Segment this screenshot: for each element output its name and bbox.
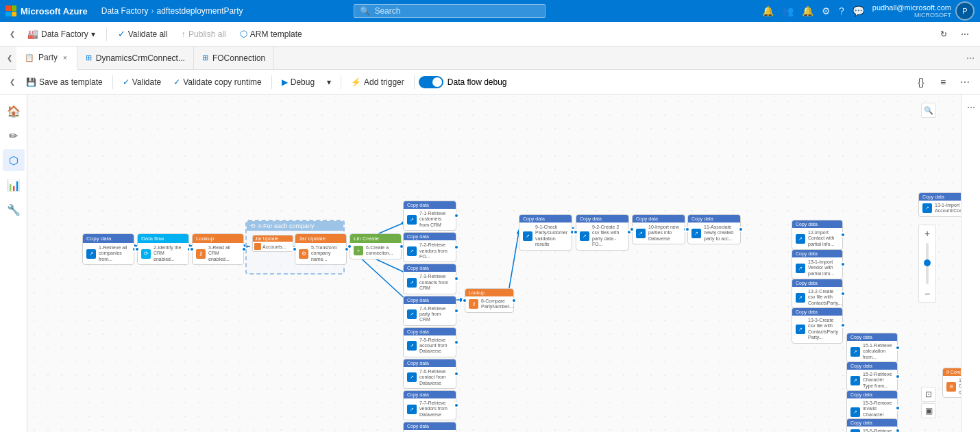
node-11-port[interactable] xyxy=(738,227,744,232)
debug-chevron-btn[interactable]: ▾ xyxy=(321,75,336,90)
validate-copy-btn[interactable]: ✓ Validate copy runtime xyxy=(168,75,267,90)
validate-btn[interactable]: ✓ Validate xyxy=(117,75,167,90)
fit-canvas-btn[interactable]: ⊡ xyxy=(921,387,936,402)
debug-btn[interactable]: ▶ Debug xyxy=(276,75,320,90)
node-17-merge[interactable]: If Condition ⚙ 17-1-Merge ContactsParty … xyxy=(942,368,961,398)
node-15-2-port[interactable] xyxy=(895,374,901,379)
zoom-in-btn[interactable]: + xyxy=(920,227,934,240)
sidebar-manage-btn[interactable]: 🔧 xyxy=(3,199,25,220)
zoom-out-btn[interactable]: − xyxy=(920,287,934,301)
sidebar-home-btn[interactable]: 🏠 xyxy=(3,100,25,122)
node-7-6-port[interactable] xyxy=(454,371,459,377)
node-7-3-port[interactable] xyxy=(454,276,459,281)
node-7-5[interactable]: Copy data ↗ 7-5-Retrieve account from Da… xyxy=(403,327,456,357)
node-7-4[interactable]: Copy data ↗ 7-4-Retrieve party from CRM xyxy=(403,296,456,326)
notifications-icon[interactable]: 🔔 xyxy=(762,5,774,16)
azure-logo[interactable]: Microsoft Azure xyxy=(5,5,96,16)
node-13-1-vendor[interactable]: Copy data ↗ 13-1-Import Vendor with part… xyxy=(792,249,843,279)
tab-collapse-btn[interactable]: ❮ xyxy=(3,47,16,69)
refresh-btn[interactable]: ↻ xyxy=(935,27,953,42)
node-7-5-port[interactable] xyxy=(454,340,459,345)
node-7-7-port[interactable] xyxy=(454,403,459,408)
node-read-crm[interactable]: Lookup ⚷ 3-Read all CRM enabled... xyxy=(192,233,244,265)
node-13-1-account[interactable]: Copy data ↗ 13-1-Import Account/Contact.… xyxy=(918,192,961,217)
node-13-1-vendor-port[interactable] xyxy=(840,262,846,267)
right-more-btn[interactable]: ⋯ xyxy=(964,100,979,115)
node-12-contact[interactable]: Copy data ↗ 12-Import Contact with parti… xyxy=(792,220,843,250)
data-factory-btn[interactable]: 🏭 Data Factory ▾ xyxy=(22,26,101,42)
node-12-port[interactable] xyxy=(840,232,846,238)
node-compare[interactable]: Lookup ⚷ 8-Compare PartyNumber... xyxy=(465,288,514,313)
tab-more-btn[interactable]: ⋯ xyxy=(961,47,980,69)
pipeline-canvas[interactable]: Copy data ↗ 1-Retrieve all companies fro… xyxy=(27,94,961,432)
node-7-6[interactable]: Copy data ↗ 7-6-Retrieve contact from Da… xyxy=(403,359,456,389)
action-collapse-btn[interactable]: ❮ xyxy=(5,78,19,86)
add-trigger-btn[interactable]: ⚡ Add trigger xyxy=(345,75,410,90)
toggle-switch[interactable] xyxy=(419,76,443,88)
canvas-search-btn[interactable]: 🔍 xyxy=(921,103,936,118)
action-more-btn[interactable]: ⋯ xyxy=(955,73,975,92)
node-13-2-port[interactable] xyxy=(840,291,846,296)
node-11-associate[interactable]: Copy data ↗ 11-Associate newly created p… xyxy=(687,214,741,244)
contacts-icon[interactable]: 👥 xyxy=(782,5,794,16)
node-identify-crm[interactable]: Data flow ⟳ 2-Identify the CRM enabled..… xyxy=(137,233,189,265)
zoom-track[interactable] xyxy=(926,243,929,284)
node-7-3[interactable]: Copy data ↗ 7-3-Retrieve contacts from C… xyxy=(403,264,456,294)
sidebar-pipeline-btn[interactable]: ⬡ xyxy=(3,149,25,171)
settings-icon[interactable]: ⚙ xyxy=(822,5,831,16)
node-7-4-port[interactable] xyxy=(454,308,459,314)
tab-dynamics[interactable]: ⊞ DynamicsCrmConnect... xyxy=(77,47,194,69)
node-retrieve-companies[interactable]: Copy data ↗ 1-Retrieve all companies fro… xyxy=(82,233,134,265)
node-6-port-left[interactable] xyxy=(347,244,352,249)
minimap-btn[interactable]: ▣ xyxy=(921,403,936,418)
node-7-2[interactable]: Copy data ↗ 7-2-Retrieve vendors from FO… xyxy=(403,232,456,262)
node-9-2-port-left[interactable] xyxy=(573,229,578,235)
node-compare-port-left[interactable] xyxy=(462,298,467,303)
toolbar-more-btn[interactable]: ⋯ xyxy=(955,27,975,42)
alerts-icon[interactable]: 🔔 xyxy=(802,5,813,16)
user-profile[interactable]: pudhall@microsoft.com MICROSOFT P xyxy=(872,1,975,21)
node-13-3-port[interactable] xyxy=(840,322,846,328)
properties-btn[interactable]: ≡ xyxy=(933,73,953,92)
node-7-1[interactable]: Copy data ↗ 7-1-Retrieve customers from … xyxy=(403,201,456,231)
sidebar-pencil-btn[interactable]: ✏ xyxy=(3,125,25,147)
node-7-1-port[interactable] xyxy=(454,213,459,218)
node-10-import[interactable]: Copy data ↗ 10-Import new parties into D… xyxy=(632,214,685,244)
help-icon[interactable]: ? xyxy=(839,5,844,16)
node-inside-1[interactable]: Jar Update Accounts... xyxy=(252,235,293,252)
tab-party-close[interactable]: × xyxy=(62,53,69,62)
node-15-2[interactable]: Copy data ↗ 15-2-Retrieve Character Type… xyxy=(846,361,898,392)
node-15-4[interactable]: Copy data ↗ 15-5-Retrieve Complimentary.… xyxy=(846,418,898,432)
node-15-4-port[interactable] xyxy=(895,428,901,432)
breadcrumb-deployment[interactable]: adftestdeploymentParty xyxy=(156,6,243,16)
validate-all-btn[interactable]: ✓ Validate all xyxy=(112,26,173,42)
node-transform[interactable]: Jar Update ⚙ 5-Transform company name... xyxy=(295,233,347,265)
node-2-port-left[interactable] xyxy=(134,246,140,252)
avatar[interactable]: P xyxy=(955,1,975,21)
tab-party[interactable]: 📋 Party × xyxy=(16,47,77,70)
node-15-1[interactable]: Copy data ↗ 15-1-Retrieve calculation fr… xyxy=(846,333,898,363)
arm-template-btn[interactable]: ⬡ ARM template xyxy=(234,26,308,42)
collapse-btn[interactable]: ❮ xyxy=(5,27,19,41)
node-7-2-port[interactable] xyxy=(454,244,459,250)
code-view-btn[interactable]: {} xyxy=(911,73,931,92)
node-13-3[interactable]: Copy data ↗ 13-3-Create csv tile with Co… xyxy=(792,307,843,344)
node-8[interactable]: Copy data ↗ 8-Create blank csv file to h… xyxy=(403,422,456,432)
tab-fo[interactable]: ⊞ FOConnection xyxy=(194,47,274,69)
breadcrumb-datafactory[interactable]: Data Factory xyxy=(101,6,149,16)
node-5-port-left[interactable] xyxy=(292,246,297,252)
save-template-btn[interactable]: 💾 Save as template xyxy=(21,75,108,90)
node-9-2[interactable]: Copy data ↗ 9-2-Create 2 csv files with … xyxy=(576,214,629,251)
node-3-port-left[interactable] xyxy=(189,246,195,252)
node-create-connection[interactable]: Lin Create + 6-Create a connection... xyxy=(350,233,402,259)
dataflow-debug-toggle[interactable]: Data flow debug xyxy=(419,76,507,88)
node-7-7[interactable]: Copy data ↗ 7-7-Retrieve vendors from Da… xyxy=(403,390,456,420)
search-box[interactable]: 🔍 Search xyxy=(354,4,546,18)
sidebar-monitor-btn[interactable]: 📊 xyxy=(3,174,25,196)
node-13-2[interactable]: Copy data ↗ 13-2-Create csv file with Co… xyxy=(792,279,843,309)
node-11-port-left[interactable] xyxy=(685,227,690,232)
node-9-1[interactable]: Copy data ↗ 9-1-Check Party/customer val… xyxy=(519,214,572,251)
node-10-port-left[interactable] xyxy=(629,227,635,232)
node-15-1-port[interactable] xyxy=(895,345,901,351)
publish-all-btn[interactable]: ↑ Publish all xyxy=(176,26,232,42)
